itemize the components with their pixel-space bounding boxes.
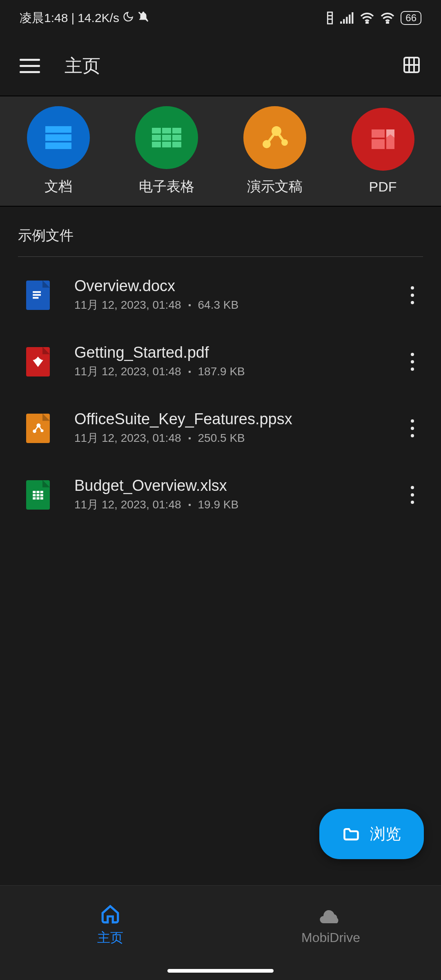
docx-icon [26,281,50,310]
nav-label: MobiDrive [301,930,360,945]
folder-icon [342,825,360,843]
file-date: 11月 12, 2023, 01:48 [74,364,181,379]
page-title: 主页 [65,54,100,78]
file-meta: Budget_Overview.xlsx 11月 12, 2023, 01:48… [74,477,404,512]
status-time: 凌晨1:48 [20,10,68,27]
svg-rect-49 [33,497,36,499]
svg-rect-48 [40,494,43,496]
status-right: 66 [325,11,421,25]
presentation-file-icon [26,414,50,443]
more-options-button[interactable] [404,419,421,437]
home-indicator[interactable] [167,969,274,973]
file-size: 250.5 KB [198,432,245,445]
svg-rect-21 [152,135,161,140]
wifi-icon-2 [380,12,395,24]
svg-rect-43 [33,491,36,493]
more-options-button[interactable] [404,353,421,371]
svg-rect-8 [352,12,353,24]
file-item[interactable]: Overview.docx 11月 12, 2023, 01:48 64.3 K… [0,262,441,328]
svg-point-10 [387,22,389,24]
status-speed: 14.2K/s [78,11,119,25]
file-date: 11月 12, 2023, 01:48 [74,430,181,446]
spreadsheet-icon [135,106,198,169]
category-pdf[interactable]: PDF [352,108,414,195]
svg-rect-32 [372,129,385,138]
more-options-button[interactable] [404,286,421,304]
svg-line-30 [267,131,276,144]
svg-rect-20 [172,128,181,134]
spreadsheet-file-icon [26,480,50,510]
svg-rect-5 [343,19,345,24]
svg-rect-22 [162,135,171,140]
svg-rect-24 [152,142,161,147]
svg-rect-25 [162,142,171,147]
status-bar: 凌晨1:48 | 14.2K/s 66 [0,0,441,36]
svg-rect-47 [36,494,39,496]
nav-label: 主页 [97,929,123,947]
menu-button[interactable] [20,56,40,76]
file-meta: OfficeSuite_Key_Features.ppsx 11月 12, 20… [74,410,404,446]
category-documents[interactable]: 文档 [27,106,90,196]
category-label: 演示文稿 [247,177,303,196]
document-icon [27,106,90,169]
status-left: 凌晨1:48 | 14.2K/s [20,10,149,27]
category-label: 电子表格 [139,177,194,196]
home-icon [99,903,121,925]
category-label: 文档 [45,177,72,196]
category-spreadsheets[interactable]: 电子表格 [135,106,198,196]
grid-view-button[interactable] [402,55,421,76]
file-name: Budget_Overview.xlsx [74,477,404,494]
svg-rect-6 [346,17,347,24]
svg-rect-44 [36,491,39,493]
pdf-icon [352,108,414,171]
file-date: 11月 12, 2023, 01:48 [74,297,181,313]
svg-rect-37 [33,297,38,298]
category-label: PDF [369,179,397,195]
svg-rect-45 [40,491,43,493]
signal-icon [340,12,354,24]
file-size: 187.9 KB [198,365,245,378]
svg-rect-4 [340,21,342,24]
svg-rect-26 [172,142,181,147]
file-size: 64.3 KB [198,298,239,312]
file-item[interactable]: OfficeSuite_Key_Features.ppsx 11月 12, 20… [0,395,441,461]
file-size: 19.9 KB [198,498,239,511]
svg-rect-17 [45,143,71,149]
file-meta: Overview.docx 11月 12, 2023, 01:48 64.3 K… [74,277,404,313]
cloud-icon [320,904,342,926]
browse-fab[interactable]: 浏览 [319,809,424,859]
svg-rect-19 [162,128,171,134]
category-row: 文档 电子表格 演示文稿 [0,96,441,207]
file-name: Overview.docx [74,277,404,295]
svg-point-9 [366,22,368,24]
svg-rect-16 [45,134,71,141]
pdf-file-icon [26,347,50,376]
svg-rect-51 [40,497,43,499]
svg-rect-23 [172,135,181,140]
presentation-icon [243,106,306,169]
nav-home[interactable]: 主页 [0,886,220,980]
bottom-nav: 主页 MobiDrive [0,885,441,980]
svg-rect-35 [33,291,41,293]
section-header: 示例文件 [0,207,441,256]
more-options-button[interactable] [404,486,421,504]
nav-mobidrive[interactable]: MobiDrive [220,886,441,980]
file-name: OfficeSuite_Key_Features.ppsx [74,410,404,428]
misc-icon [325,11,334,25]
file-name: Getting_Started.pdf [74,344,404,361]
file-date: 11月 12, 2023, 01:48 [74,497,181,512]
svg-rect-36 [33,294,41,296]
file-item[interactable]: Getting_Started.pdf 11月 12, 2023, 01:48 … [0,328,441,395]
svg-rect-46 [33,494,36,496]
category-presentations[interactable]: 演示文稿 [243,106,306,196]
battery-indicator: 66 [401,11,421,25]
app-bar: 主页 [0,36,441,96]
wifi-icon [360,12,374,24]
mute-icon [137,11,149,26]
file-meta: Getting_Started.pdf 11月 12, 2023, 01:48 … [74,344,404,379]
svg-rect-18 [152,128,161,134]
svg-rect-50 [36,497,39,499]
file-list: Overview.docx 11月 12, 2023, 01:48 64.3 K… [0,257,441,533]
file-item[interactable]: Budget_Overview.xlsx 11月 12, 2023, 01:48… [0,461,441,528]
svg-rect-33 [372,139,385,149]
